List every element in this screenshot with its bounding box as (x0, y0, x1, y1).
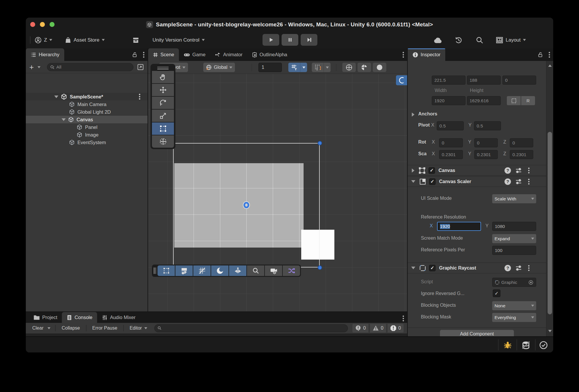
tab-animator[interactable]: Animator (210, 48, 247, 61)
object-picker-icon[interactable] (528, 280, 534, 285)
canvas-scaler-enabled-checkbox[interactable]: ✓ (429, 178, 436, 185)
anchors-foldout[interactable] (412, 113, 414, 117)
snap-increment-dropdown[interactable] (324, 63, 331, 72)
blueprint-mode-button[interactable] (507, 96, 521, 105)
graphic-raycaster-header[interactable]: ✓ Graphic Raycast ? (408, 263, 546, 273)
ref-resolution-y-field[interactable]: 1080 (492, 222, 536, 231)
tab-console[interactable]: Console (62, 312, 97, 323)
hierarchy-item-canvas[interactable]: Canvas (26, 116, 148, 123)
add-component-button[interactable]: Add Component (440, 330, 514, 336)
tab-project[interactable]: Project (29, 312, 62, 323)
overlay-drag-handle[interactable] (153, 267, 157, 274)
kebab-menu-icon[interactable] (528, 265, 530, 271)
add-object-caret[interactable] (38, 66, 40, 68)
scene-effects-toggle[interactable] (229, 265, 246, 276)
scale-tool-button[interactable] (152, 110, 174, 122)
pivot-y-field[interactable]: 0.5 (474, 121, 501, 130)
help-icon[interactable]: ? (504, 167, 511, 174)
rot-x-field[interactable]: 0 (439, 138, 463, 147)
cache-server-status-button[interactable] (522, 341, 530, 350)
collapse-button[interactable]: Collapse (59, 324, 83, 332)
error-count-button[interactable]: 0 (387, 324, 404, 333)
error-pause-button[interactable]: Error Pause (89, 324, 120, 332)
overlay-drag-handle[interactable] (152, 66, 174, 70)
presets-icon[interactable] (515, 178, 522, 185)
open-new-window-icon[interactable] (137, 64, 144, 71)
rect-mode-toggle[interactable] (158, 265, 175, 276)
hierarchy-item-samplescene[interactable]: SampleScene* (26, 93, 148, 100)
sca-y-field[interactable]: 0.2301 (474, 150, 498, 159)
step-button[interactable] (301, 34, 317, 46)
tab-audio-mixer[interactable]: Audio Mixer (97, 312, 140, 323)
gizmo-pivot-handle[interactable] (243, 202, 249, 208)
foldout-closed-icon[interactable] (412, 168, 414, 173)
grid-snap-toggle[interactable]: Y (288, 63, 300, 72)
clear-button[interactable]: Clear (29, 324, 45, 332)
pause-button[interactable] (282, 34, 298, 46)
rect-tool-button[interactable] (152, 122, 174, 135)
tab-outlinealpha[interactable]: OutlineAlpha (247, 48, 292, 61)
version-control-dropdown[interactable]: Unity Version Control (153, 32, 205, 48)
hierarchy-search-input[interactable] (56, 64, 130, 70)
hierarchy-item-image[interactable]: Image (26, 131, 148, 139)
ui-scale-mode-dropdown[interactable]: Scale With (492, 194, 536, 203)
play-button[interactable] (263, 34, 279, 46)
pos-z-field[interactable]: 0 (502, 76, 536, 85)
undo-history-button[interactable] (455, 32, 462, 48)
console-search-field[interactable] (154, 324, 348, 332)
progress-status-button[interactable] (539, 341, 548, 350)
canvas-component-header[interactable]: ✓ Canvas ? (408, 165, 546, 176)
hierarchy-item-eventsystem[interactable]: EventSystem (26, 139, 148, 146)
sca-x-field[interactable]: 0.2301 (439, 150, 463, 159)
foldout-open-icon[interactable] (411, 180, 415, 183)
global-mode-dropdown[interactable]: Global (203, 63, 235, 72)
random-overlay-button[interactable] (283, 265, 300, 276)
layout-dropdown[interactable]: Layout (496, 32, 526, 48)
gizmo-handle-bottom-right[interactable] (318, 265, 322, 270)
grid-snap-dropdown[interactable] (300, 63, 307, 72)
hand-tool-button[interactable] (152, 71, 174, 83)
scroll-down-arrow[interactable] (548, 330, 552, 332)
unlock-icon[interactable] (537, 52, 543, 58)
warning-count-button[interactable]: 0 (370, 324, 386, 333)
lighting-toggle-button[interactable] (358, 63, 371, 72)
search-in-scene-button[interactable] (247, 265, 264, 276)
kebab-menu-icon[interactable] (402, 315, 404, 322)
height-field[interactable]: 1629.616 (467, 96, 501, 105)
canvas-enabled-checkbox[interactable]: ✓ (429, 167, 435, 174)
info-count-button[interactable]: 0 (352, 324, 368, 333)
scroll-up-arrow[interactable] (548, 64, 552, 67)
reference-pixels-field[interactable]: 100 (492, 246, 536, 255)
pos-y-field[interactable]: 188 (467, 76, 501, 85)
effects-toggle-button[interactable] (396, 75, 408, 85)
kebab-menu-icon[interactable] (528, 178, 530, 185)
kebab-menu-icon[interactable] (139, 93, 140, 100)
tab-scene[interactable]: Scene (148, 48, 179, 61)
version-control-icon-button[interactable] (132, 32, 139, 48)
kebab-menu-icon[interactable] (548, 52, 550, 58)
inspector-scrollbar[interactable] (546, 61, 553, 336)
grid-size-field[interactable]: 1 (258, 63, 282, 72)
help-icon[interactable]: ? (504, 265, 511, 271)
ignore-reversed-checkbox[interactable]: ✓ (493, 289, 500, 297)
gizmo-handle-top-right[interactable] (318, 141, 322, 145)
kebab-menu-icon[interactable] (402, 52, 404, 58)
hierarchy-search-field[interactable] (47, 63, 133, 71)
move-tool-button[interactable] (152, 84, 174, 96)
blocking-mask-dropdown[interactable]: Everything (492, 313, 536, 322)
blocking-objects-dropdown[interactable]: None (492, 301, 536, 310)
account-dropdown[interactable]: Z (35, 32, 52, 48)
asset-store-dropdown[interactable]: Asset Store (65, 32, 105, 48)
rot-y-field[interactable]: 0 (474, 138, 498, 147)
ref-resolution-x-field[interactable]: 1920 (437, 222, 481, 231)
hierarchy-item-panel[interactable]: Panel (26, 123, 148, 131)
sca-z-field[interactable]: 0.2301 (510, 150, 533, 159)
rot-z-field[interactable]: 0 (510, 138, 533, 147)
clear-dropdown[interactable] (46, 324, 52, 332)
cloud-services-button[interactable] (434, 32, 442, 48)
add-object-button[interactable]: + (29, 63, 34, 72)
tab-game[interactable]: Game (179, 48, 210, 61)
scrollbar-thumb[interactable] (548, 132, 552, 314)
camera-preview-button[interactable] (265, 265, 282, 276)
pos-x-field[interactable]: 221.5 (432, 76, 465, 85)
